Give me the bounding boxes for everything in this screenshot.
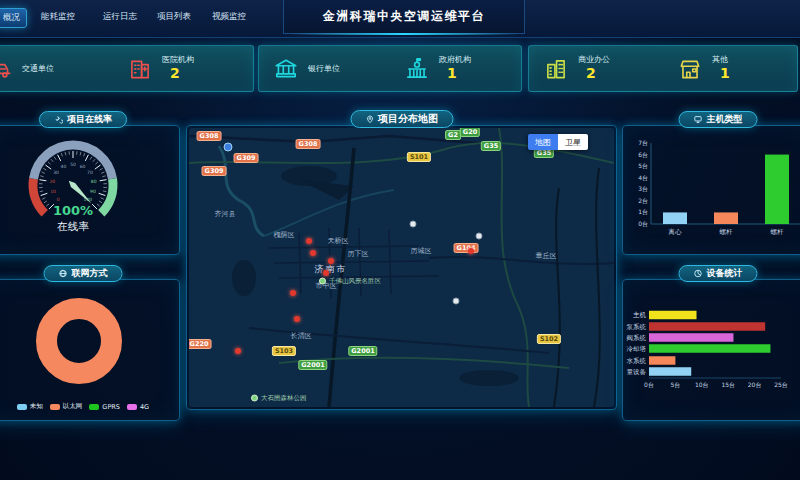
stat-label: 其他 xyxy=(712,55,730,65)
svg-text:10台: 10台 xyxy=(695,381,709,389)
network-type-donut xyxy=(0,280,179,420)
stat-card-1: 交通单位医院机构2 xyxy=(0,45,254,92)
panel-host-type: 主机类型 0台1台2台3台4台5台6台7台离心螺杆螺杆 xyxy=(622,125,800,255)
project-marker-5[interactable] xyxy=(235,348,241,354)
page-title: 金洲科瑞中央空调运维平台 xyxy=(323,8,485,25)
svg-text:4台: 4台 xyxy=(638,174,648,182)
panel-project-map-header: 项目分布地图 xyxy=(350,110,453,128)
svg-text:水系统: 水系统 xyxy=(627,357,647,365)
car-icon xyxy=(0,56,13,82)
stat-value: 2 xyxy=(162,65,194,83)
bank-icon xyxy=(273,56,299,82)
road-badge-S102: S102 xyxy=(537,334,561,344)
legend-swatch xyxy=(17,404,27,410)
map-label-章丘区: 章丘区 xyxy=(536,251,557,261)
svg-text:3台: 3台 xyxy=(638,185,648,193)
globe-icon xyxy=(59,269,68,278)
legend-item-4G[interactable]: 4G xyxy=(127,403,149,411)
svg-text:1台: 1台 xyxy=(638,208,648,216)
road-badge-G309: G309 xyxy=(202,166,227,176)
stat-text: 商业办公2 xyxy=(578,55,610,83)
stat-label: 银行单位 xyxy=(308,64,340,74)
svg-text:40: 40 xyxy=(61,164,67,169)
nav-tab-3[interactable]: 运行日志 xyxy=(97,8,143,26)
project-marker-3[interactable] xyxy=(328,258,334,264)
stat-card-3: 商业办公2其他1 xyxy=(528,45,798,92)
road-badge-G308: G308 xyxy=(296,139,321,149)
poi-marker-icon xyxy=(251,395,258,402)
project-marker-7[interactable] xyxy=(468,248,474,254)
device-stats-bar-chart: 0台5台10台15台20台25台主机泵系统阀系统冷却塔水系统量设备 xyxy=(623,280,800,420)
svg-text:20台: 20台 xyxy=(748,381,762,389)
poi-marker-icon xyxy=(319,278,326,285)
svg-text:阀系统: 阀系统 xyxy=(627,334,647,342)
panel-title: 联网方式 xyxy=(72,267,108,280)
svg-text:20: 20 xyxy=(49,179,55,184)
road-badge-G308: G308 xyxy=(197,131,222,141)
map-label-历城区: 历城区 xyxy=(411,246,432,256)
legend-item-以太网[interactable]: 以太网 xyxy=(50,402,83,411)
stat-item-其他: 其他1 xyxy=(663,46,797,91)
title-box: 金洲科瑞中央空调运维平台 xyxy=(283,0,525,34)
road-badge-G20: G20 xyxy=(460,128,480,137)
map-pin-icon xyxy=(365,115,374,124)
nav-tab-2[interactable]: 能耗监控 xyxy=(35,8,81,26)
stat-item-交通单位: 交通单位 xyxy=(0,46,113,91)
host-icon xyxy=(694,115,703,124)
poi-label: 千佛山风景名胜区 xyxy=(329,277,381,286)
map-type-switch: 地图 卫星 xyxy=(528,134,588,150)
satellite-mode-button[interactable]: 卫星 xyxy=(558,134,588,150)
project-marker-2[interactable] xyxy=(323,270,329,276)
road-badge-G2001: G2001 xyxy=(298,360,327,370)
stat-text: 政府机构1 xyxy=(439,55,471,83)
svg-text:15台: 15台 xyxy=(721,381,735,389)
svg-text:量设备: 量设备 xyxy=(627,368,647,376)
svg-text:25台: 25台 xyxy=(774,381,788,389)
stat-label: 商业办公 xyxy=(578,55,610,65)
project-marker-6[interactable] xyxy=(306,238,312,244)
road-badge-S103: S103 xyxy=(272,346,296,356)
road-badge-G2: G2 xyxy=(445,130,461,140)
road-badge-G104: G104 xyxy=(454,243,479,253)
stat-text: 交通单位 xyxy=(22,64,54,74)
poi-dot-3 xyxy=(453,298,460,305)
svg-text:冷却塔: 冷却塔 xyxy=(627,345,647,353)
svg-text:0台: 0台 xyxy=(638,220,648,228)
svg-text:螺杆: 螺杆 xyxy=(720,228,734,236)
legend-swatch xyxy=(89,404,99,410)
project-marker-4[interactable] xyxy=(290,290,296,296)
nav-tab-1[interactable]: 概况 xyxy=(0,8,27,28)
legend-item-未知[interactable]: 未知 xyxy=(17,402,43,411)
map-label-长清区: 长清区 xyxy=(291,331,312,341)
project-marker-8[interactable] xyxy=(294,316,300,322)
stat-item-医院机构: 医院机构2 xyxy=(113,46,253,91)
legend-label: GPRS xyxy=(102,403,120,411)
map-label-历下区: 历下区 xyxy=(348,249,369,259)
svg-text:80: 80 xyxy=(91,179,97,184)
government-icon xyxy=(404,56,430,82)
nav-tab-5[interactable]: 视频监控 xyxy=(206,8,252,26)
svg-text:60: 60 xyxy=(80,164,86,169)
legend-swatch xyxy=(127,404,137,410)
stat-label: 医院机构 xyxy=(162,55,194,65)
gauge-value: 100% xyxy=(53,203,93,218)
stat-text: 医院机构2 xyxy=(162,55,194,83)
svg-text:螺杆: 螺杆 xyxy=(771,228,785,236)
panel-title: 项目在线率 xyxy=(67,113,112,126)
road-badge-G2001: G2001 xyxy=(348,346,377,356)
svg-text:2台: 2台 xyxy=(638,197,648,205)
legend-item-GPRS[interactable]: GPRS xyxy=(89,403,120,411)
panel-online-rate: 项目在线率 0102030405060708090100100% 在线率 xyxy=(0,125,180,255)
stat-value: 2 xyxy=(578,65,610,83)
svg-text:0台: 0台 xyxy=(644,381,654,389)
nav-tab-4[interactable]: 项目列表 xyxy=(151,8,197,26)
project-marker-1[interactable] xyxy=(310,250,316,256)
map-canvas[interactable]: G308G308G309G309G104G220G2G20G35G35G2001… xyxy=(189,128,614,407)
svg-text:0: 0 xyxy=(57,197,60,202)
map-mode-button[interactable]: 地图 xyxy=(528,134,558,150)
panel-title: 主机类型 xyxy=(707,113,743,126)
svg-text:离心: 离心 xyxy=(668,228,683,236)
map-label-city: 济南市 xyxy=(315,263,348,276)
network-type-legend: 未知以太网GPRS4G xyxy=(0,402,179,411)
stat-label: 交通单位 xyxy=(22,64,54,74)
